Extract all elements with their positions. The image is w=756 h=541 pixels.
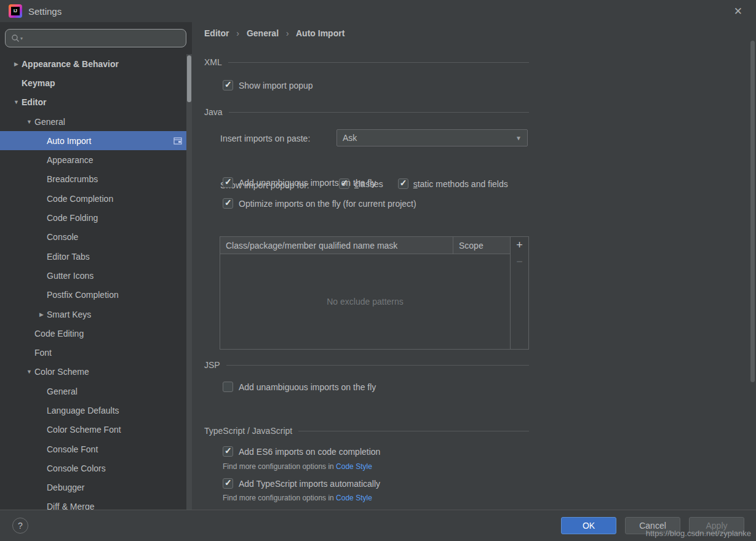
section-header-java: Java — [204, 107, 529, 117]
table-toolbar: + − — [511, 236, 529, 350]
settings-tree: ▶ Appearance & Behavior Keymap ▼ Editor … — [0, 54, 192, 510]
chevron-down-icon[interactable]: ▼ — [24, 369, 34, 375]
section-title: Java — [204, 107, 223, 117]
checkbox-box[interactable] — [223, 382, 233, 392]
sidebar-item-code-completion[interactable]: Code Completion — [0, 189, 192, 208]
checkbox-box[interactable] — [223, 80, 233, 90]
search-input[interactable] — [26, 33, 168, 43]
checkbox-add-unambiguous-imports[interactable]: Add unambiguous imports on the fly — [223, 176, 376, 189]
sidebar-item-label: Color Scheme — [34, 367, 89, 377]
sidebar-item-debugger[interactable]: Debugger — [0, 478, 192, 497]
sidebar-item-appearance[interactable]: Appearance — [0, 150, 192, 169]
sidebar-item-console-colors[interactable]: Console Colors — [0, 459, 192, 478]
sidebar-item-color-scheme-general[interactable]: General — [0, 382, 192, 401]
search-icon — [11, 34, 20, 42]
code-style-hint: Find more configuration options in Code … — [223, 494, 372, 502]
sidebar-item-diff-merge[interactable]: Diff & Merge — [0, 497, 192, 510]
checkbox-static-methods-and-fields[interactable]: static methods and fields — [398, 178, 508, 189]
breadcrumb: Editor › General › Auto Import — [204, 28, 344, 38]
section-header-xml: XML — [204, 57, 529, 67]
chevron-right-icon[interactable]: ▶ — [36, 311, 47, 318]
dialog-buttons: OK Cancel Apply — [561, 517, 744, 534]
checkbox-box[interactable] — [223, 198, 233, 209]
chevron-down-icon[interactable]: ▼ — [11, 99, 22, 105]
sidebar-item-postfix-completion[interactable]: Postfix Completion — [0, 286, 192, 305]
sidebar-scrollbar-thumb[interactable] — [187, 55, 191, 102]
add-pattern-button[interactable]: + — [514, 239, 526, 251]
checkbox-jsp-add-unambiguous[interactable]: Add unambiguous imports on the fly — [223, 380, 376, 393]
sidebar-item-label: Font — [34, 348, 52, 358]
sidebar-item-label: Debugger — [47, 483, 85, 492]
code-style-link[interactable]: Code Style — [336, 494, 372, 502]
search-box[interactable]: ▾ — [5, 29, 186, 47]
intellij-idea-logo-inner: IJ — [11, 7, 20, 15]
insert-imports-select[interactable]: Ask ▼ — [336, 129, 528, 146]
chevron-down-icon[interactable]: ▼ — [24, 119, 34, 125]
checkbox-box[interactable] — [223, 446, 233, 457]
sidebar-item-editor[interactable]: ▼ Editor — [0, 93, 192, 112]
help-button[interactable]: ? — [12, 518, 28, 534]
sidebar-item-label: Language Defaults — [47, 406, 119, 415]
chevron-down-icon: ▼ — [515, 135, 522, 142]
settings-page-icon — [173, 137, 182, 145]
checkbox-optimize-imports[interactable]: Optimize imports on the fly (for current… — [223, 197, 416, 210]
code-style-hint: Find more configuration options in Code … — [223, 462, 372, 471]
sidebar-item-label: General — [34, 117, 65, 127]
chevron-right-icon[interactable]: ▶ — [11, 61, 22, 67]
sidebar-item-console[interactable]: Console — [0, 228, 192, 247]
column-header-scope: Scope — [453, 237, 510, 254]
sidebar-scrollbar-track[interactable] — [186, 54, 192, 510]
sidebar-item-smart-keys[interactable]: ▶ Smart Keys — [0, 305, 192, 324]
sidebar-item-label: Diff & Merge — [47, 502, 95, 510]
breadcrumb-auto-import: Auto Import — [296, 28, 344, 38]
sidebar-item-code-folding[interactable]: Code Folding — [0, 208, 192, 227]
sidebar-item-code-editing[interactable]: Code Editing — [0, 324, 192, 343]
sidebar-item-appearance-behavior[interactable]: ▶ Appearance & Behavior — [0, 54, 192, 73]
breadcrumb-editor[interactable]: Editor — [204, 28, 229, 38]
sidebar-item-label: Editor — [22, 97, 46, 107]
sidebar-item-label: Code Folding — [47, 213, 98, 223]
sidebar-item-console-font[interactable]: Console Font — [0, 439, 192, 459]
ok-button[interactable]: OK — [561, 517, 616, 534]
sidebar-item-gutter-icons[interactable]: Gutter Icons — [0, 266, 192, 285]
sidebar-item-editor-tabs[interactable]: Editor Tabs — [0, 247, 192, 266]
sidebar-item-breadcrumbs[interactable]: Breadcrumbs — [0, 170, 192, 189]
sidebar-item-font[interactable]: Font — [0, 343, 192, 362]
checkbox-label: Add TypeScript imports automatically — [239, 479, 380, 489]
main-scrollbar-thumb[interactable] — [750, 41, 755, 382]
checkbox-add-es6-imports[interactable]: Add ES6 imports on code completion — [223, 445, 380, 458]
checkbox-show-import-popup[interactable]: Show import popup — [223, 79, 313, 92]
checkbox-box[interactable] — [223, 177, 233, 188]
exclude-table-wrapper: Class/package/member qualified name mask… — [220, 236, 529, 350]
sidebar-item-color-scheme[interactable]: ▼ Color Scheme — [0, 363, 192, 382]
close-icon[interactable]: ✕ — [729, 4, 747, 19]
sidebar-item-label: Console Colors — [47, 463, 106, 473]
intellij-idea-logo: IJ — [9, 4, 22, 18]
checkbox-label: Show import popup — [239, 81, 313, 90]
sidebar-item-label: Code Editing — [34, 329, 84, 339]
exclude-table: Class/package/member qualified name mask… — [220, 236, 511, 350]
exclude-table-body: No exclude patterns — [220, 254, 510, 349]
checkbox-box[interactable] — [223, 478, 233, 489]
settings-dialog: IJ Settings ✕ ▾ ▶ Appearance & Behavior … — [0, 0, 756, 541]
checkbox-label: Add unambiguous imports on the fly — [239, 178, 376, 188]
code-style-link[interactable]: Code Style — [336, 462, 372, 471]
apply-button[interactable]: Apply — [689, 517, 744, 534]
sidebar-item-language-defaults[interactable]: Language Defaults — [0, 401, 192, 420]
checkbox-box[interactable] — [398, 178, 408, 189]
select-value: Ask — [343, 133, 357, 143]
exclude-table-header: Class/package/member qualified name mask… — [220, 237, 510, 254]
sidebar-item-auto-import[interactable]: Auto Import — [0, 131, 192, 150]
sidebar-item-label: Appearance — [47, 155, 94, 165]
search-history-caret-icon[interactable]: ▾ — [20, 36, 23, 41]
remove-pattern-button[interactable]: − — [514, 255, 526, 268]
section-title: JSP — [204, 360, 220, 370]
cancel-button[interactable]: Cancel — [625, 517, 680, 534]
checkbox-label: Add unambiguous imports on the fly — [239, 382, 376, 392]
sidebar-item-general[interactable]: ▼ General — [0, 112, 192, 131]
sidebar-item-keymap[interactable]: Keymap — [0, 73, 192, 92]
breadcrumb-general[interactable]: General — [247, 28, 279, 38]
sidebar-item-label: Postfix Completion — [47, 290, 119, 300]
sidebar-item-color-scheme-font[interactable]: Color Scheme Font — [0, 420, 192, 439]
checkbox-add-typescript-imports[interactable]: Add TypeScript imports automatically — [223, 477, 380, 490]
